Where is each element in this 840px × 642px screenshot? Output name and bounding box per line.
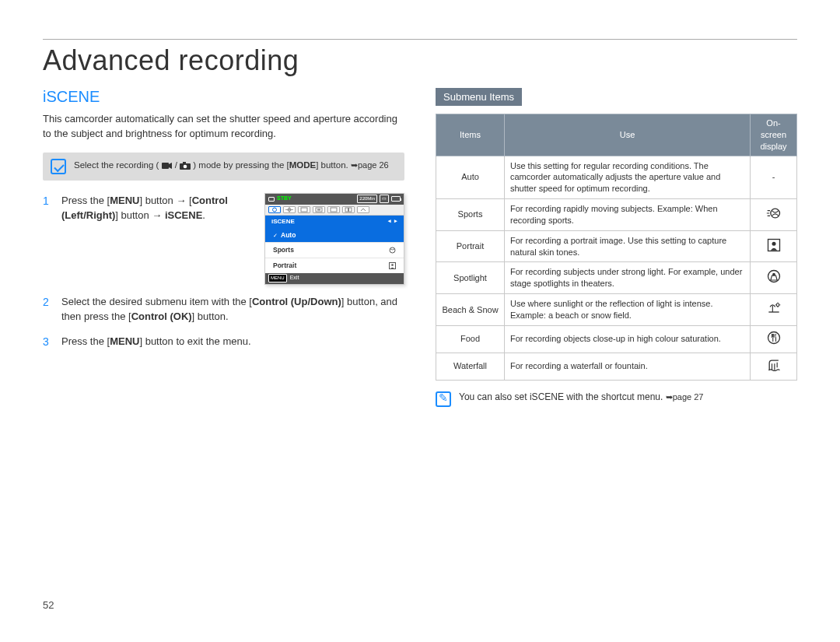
step-number: 3 xyxy=(43,334,52,350)
tab-icon xyxy=(357,206,369,213)
page-number: 52 xyxy=(43,599,54,611)
svg-rect-11 xyxy=(331,208,337,212)
list-item: Sports xyxy=(265,243,404,258)
table-row: Portrait For recording a portrait image.… xyxy=(436,230,797,262)
table-row: Spotlight For recording subjects under s… xyxy=(436,262,797,294)
svg-rect-10 xyxy=(317,209,320,210)
portrait-icon xyxy=(388,262,396,270)
table-row: Waterfall For recording a waterfall or f… xyxy=(436,353,797,380)
svg-point-22 xyxy=(776,303,779,307)
submenu-table: Items Use On-screen display Auto Use thi… xyxy=(436,114,797,381)
spotlight-icon xyxy=(751,262,797,294)
mode-instruction-text: Select the recording ( / ) mode by press… xyxy=(74,159,389,171)
portrait-icon xyxy=(751,230,797,262)
beachsnow-icon xyxy=(751,294,797,326)
page-title: Advanced recording xyxy=(43,44,797,77)
svg-point-16 xyxy=(391,264,394,266)
intro-text: This camcorder automatically can set the… xyxy=(43,112,404,142)
section-heading: iSCENE xyxy=(43,88,404,106)
screenshot-header: iSCENE xyxy=(271,217,295,226)
svg-point-3 xyxy=(184,164,187,168)
tab-icon xyxy=(298,206,310,213)
tab-icon xyxy=(283,206,296,213)
footnote: You can also set iSCENE with the shortcu… xyxy=(436,391,797,407)
th-display: On-screen display xyxy=(751,114,797,156)
step-2-text: Select the desired submenu item with the… xyxy=(61,294,404,325)
photo-mode-icon xyxy=(180,160,193,170)
svg-rect-12 xyxy=(345,208,348,212)
screenshot-arrows: ◂▸ xyxy=(388,217,397,226)
waterfall-icon xyxy=(751,353,797,380)
svg-point-17 xyxy=(770,209,779,218)
sports-icon xyxy=(388,247,396,254)
step-number: 1 xyxy=(43,193,52,285)
svg-rect-13 xyxy=(349,208,352,212)
tab-iscene-icon xyxy=(268,206,281,213)
tab-icon xyxy=(342,206,355,213)
svg-point-14 xyxy=(390,247,395,253)
mode-instruction-box: Select the recording ( / ) mode by press… xyxy=(43,153,404,181)
th-use: Use xyxy=(505,114,751,156)
menu-screenshot: STBY 220Min ▭ xyxy=(264,193,404,285)
svg-rect-8 xyxy=(301,208,307,212)
storage-icon: ▭ xyxy=(380,195,389,203)
th-items: Items xyxy=(436,114,505,156)
icon-none: - xyxy=(751,156,797,199)
step-number: 2 xyxy=(43,294,52,325)
note-icon xyxy=(436,391,451,407)
time-remaining: 220Min xyxy=(357,195,377,203)
tab-strip xyxy=(265,205,404,216)
svg-point-4 xyxy=(273,208,277,212)
step-1-text: Press the [MENU] button → [Control (Left… xyxy=(61,193,252,223)
table-row: Sports For recording rapidly moving subj… xyxy=(436,199,797,231)
sports-icon xyxy=(751,199,797,231)
svg-point-19 xyxy=(772,242,775,246)
video-mode-icon xyxy=(162,160,175,170)
table-row: Beach & Snow Use where sunlight or the r… xyxy=(436,294,797,326)
list-item: ✓Auto xyxy=(265,228,404,244)
steps-list: 1 Press the [MENU] button → [Control (Le… xyxy=(43,193,404,350)
battery-icon xyxy=(391,196,401,202)
list-item: Portrait xyxy=(265,258,404,274)
tab-icon xyxy=(313,206,325,213)
svg-rect-2 xyxy=(183,162,186,164)
table-row: Auto Use this setting for regular record… xyxy=(436,156,797,199)
tab-icon xyxy=(327,206,340,213)
food-icon xyxy=(751,325,797,353)
svg-rect-0 xyxy=(162,163,169,169)
stby-label: STBY xyxy=(277,195,292,203)
step-3-text: Press the [MENU] button to exit the menu… xyxy=(61,334,404,350)
card-icon xyxy=(268,197,275,202)
table-row: Food For recording objects close-up in h… xyxy=(436,325,797,353)
menu-badge: MENU xyxy=(268,274,287,282)
exit-label: Exit xyxy=(290,274,299,282)
submenu-heading: Submenu Items xyxy=(436,88,522,106)
check-icon xyxy=(51,159,66,174)
